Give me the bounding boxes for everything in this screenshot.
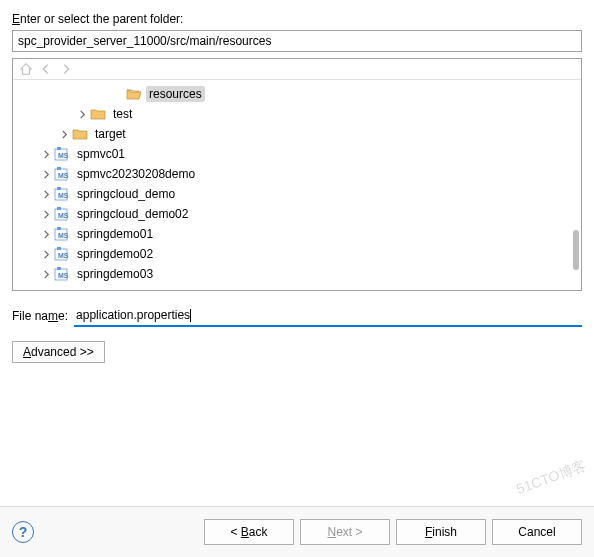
watermark: 51CTO博客 — [514, 457, 589, 499]
tree-toolbar — [13, 59, 581, 80]
parent-folder-input[interactable] — [12, 30, 582, 52]
svg-rect-1 — [57, 147, 61, 150]
expander-icon[interactable] — [39, 207, 53, 221]
tree-item-label: springdemo01 — [74, 226, 156, 242]
svg-rect-19 — [57, 267, 61, 270]
home-icon[interactable] — [19, 62, 33, 76]
tree-item[interactable]: target — [13, 124, 581, 144]
help-icon[interactable]: ? — [12, 521, 34, 543]
folder-tree[interactable]: resourcestesttargetMSspmvc01MSspmvc20230… — [13, 80, 581, 290]
parent-folder-label: Enter or select the parent folder: — [12, 12, 582, 26]
tree-item[interactable]: MSspringdemo03 — [13, 264, 581, 284]
tree-item[interactable]: MSspringdemo01 — [13, 224, 581, 244]
tree-item-label: test — [110, 106, 135, 122]
cancel-button[interactable]: Cancel — [492, 519, 582, 545]
tree-item-label: target — [92, 126, 129, 142]
svg-rect-7 — [57, 187, 61, 190]
next-button: Next > — [300, 519, 390, 545]
svg-rect-4 — [57, 167, 61, 170]
tree-item[interactable]: MSspringdemo02 — [13, 244, 581, 264]
svg-text:MS: MS — [58, 272, 69, 279]
finish-button[interactable]: Finish — [396, 519, 486, 545]
forward-arrow-icon[interactable] — [59, 62, 73, 76]
dialog-footer: ? < Back Next > Finish Cancel — [0, 506, 594, 557]
tree-item-label: resources — [146, 86, 205, 102]
project-icon: MS — [54, 226, 70, 242]
tree-item-label: spmvc01 — [74, 146, 128, 162]
folder-icon — [90, 106, 106, 122]
expander-icon[interactable] — [57, 127, 71, 141]
filename-input[interactable]: application.properties — [74, 305, 582, 327]
folder-tree-container: resourcestesttargetMSspmvc01MSspmvc20230… — [12, 58, 582, 291]
back-arrow-icon[interactable] — [39, 62, 53, 76]
expander-icon[interactable] — [39, 147, 53, 161]
svg-rect-13 — [57, 227, 61, 230]
expander-icon[interactable] — [39, 167, 53, 181]
svg-text:MS: MS — [58, 192, 69, 199]
svg-rect-10 — [57, 207, 61, 210]
tree-item[interactable]: resources — [13, 84, 581, 104]
tree-item-label: springcloud_demo02 — [74, 206, 191, 222]
expander-icon[interactable] — [39, 187, 53, 201]
project-icon: MS — [54, 146, 70, 162]
svg-text:MS: MS — [58, 232, 69, 239]
expander-icon[interactable] — [39, 227, 53, 241]
expander-icon — [111, 87, 125, 101]
project-icon: MS — [54, 246, 70, 262]
filename-label: File name: — [12, 309, 68, 323]
folder-icon — [72, 126, 88, 142]
project-icon: MS — [54, 206, 70, 222]
tree-item[interactable]: MSspmvc01 — [13, 144, 581, 164]
project-icon: MS — [54, 266, 70, 282]
svg-text:MS: MS — [58, 252, 69, 259]
svg-rect-16 — [57, 247, 61, 250]
tree-item[interactable]: MSspringcloud_demo02 — [13, 204, 581, 224]
tree-item-label: springdemo03 — [74, 266, 156, 282]
project-icon: MS — [54, 166, 70, 182]
folder-open-icon — [126, 86, 142, 102]
expander-icon[interactable] — [75, 107, 89, 121]
tree-item[interactable]: MSspmvc20230208demo — [13, 164, 581, 184]
tree-item-label: spmvc20230208demo — [74, 166, 198, 182]
expander-icon[interactable] — [39, 247, 53, 261]
tree-item-label: springcloud_demo — [74, 186, 178, 202]
svg-text:MS: MS — [58, 152, 69, 159]
tree-item[interactable]: MSspringcloud_demo — [13, 184, 581, 204]
svg-text:MS: MS — [58, 212, 69, 219]
advanced-button[interactable]: Advanced >> — [12, 341, 105, 363]
back-button[interactable]: < Back — [204, 519, 294, 545]
scrollbar-thumb[interactable] — [573, 230, 579, 270]
tree-item[interactable]: test — [13, 104, 581, 124]
tree-item-label: springdemo02 — [74, 246, 156, 262]
project-icon: MS — [54, 186, 70, 202]
svg-text:MS: MS — [58, 172, 69, 179]
expander-icon[interactable] — [39, 267, 53, 281]
